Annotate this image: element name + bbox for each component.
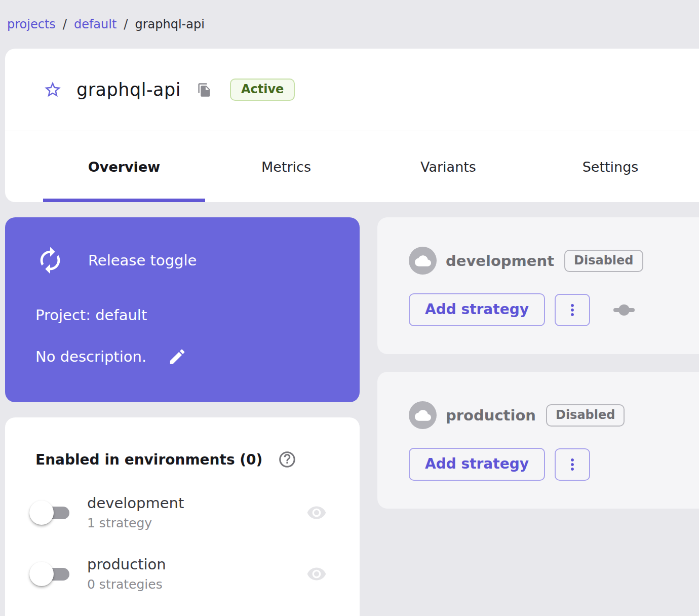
tab-overview[interactable]: Overview — [43, 131, 205, 202]
enabled-environments-card: Enabled in environments (0) development … — [5, 417, 360, 616]
description-row: No description. — [35, 347, 334, 366]
breadcrumb-current: graphql-api — [135, 17, 204, 31]
environment-panel-development: development Disabled Add strategy — [377, 217, 699, 354]
toggle-type-label: Release toggle — [88, 252, 197, 269]
feature-title-row: graphql-api Active — [5, 49, 699, 131]
left-column: Release toggle Project: default No descr… — [5, 217, 360, 616]
tabs: Overview Metrics Variants Settings — [5, 131, 699, 202]
overview-content: Release toggle Project: default No descr… — [5, 217, 699, 616]
switch-thumb — [29, 562, 54, 586]
pencil-icon[interactable] — [168, 347, 187, 366]
project-label: Project: default — [35, 306, 334, 324]
toggle-type-row: Release toggle — [35, 246, 334, 275]
env-card-title-row: Enabled in environments (0) — [35, 450, 334, 469]
eye-icon[interactable] — [304, 503, 329, 523]
right-column: development Disabled Add strategy produc… — [377, 217, 699, 616]
status-badge: Active — [230, 79, 295, 101]
env-row-development: development 1 strategy — [35, 494, 334, 530]
eye-icon[interactable] — [304, 564, 329, 584]
cloud-icon — [409, 247, 437, 275]
favorite-star-icon[interactable] — [43, 80, 62, 99]
panel-actions: Add strategy — [409, 293, 699, 326]
env-name: development — [87, 494, 184, 512]
env-strategy-count: 1 strategy — [87, 516, 184, 530]
kebab-menu-icon[interactable] — [555, 448, 590, 481]
panel-env-name: development — [446, 252, 554, 270]
breadcrumb-separator: / — [124, 17, 128, 31]
panel-header: production Disabled — [409, 401, 699, 429]
copy-icon[interactable] — [197, 83, 212, 97]
active-tab-indicator — [43, 199, 205, 202]
breadcrumb-link-projects[interactable]: projects — [7, 17, 56, 31]
breadcrumb-link-default[interactable]: default — [74, 17, 116, 31]
env-name: production — [87, 556, 166, 573]
production-toggle-switch[interactable] — [29, 561, 76, 587]
env-labels: development 1 strategy — [87, 494, 184, 530]
feature-header-card: graphql-api Active Overview Metrics Vari… — [5, 49, 699, 202]
development-toggle-switch[interactable] — [29, 499, 76, 526]
cloud-icon — [409, 401, 437, 429]
panel-header: development Disabled — [409, 247, 699, 275]
description-text: No description. — [35, 348, 146, 365]
environment-panel-production: production Disabled Add strategy — [377, 372, 699, 509]
env-strategy-count: 0 strategies — [87, 577, 166, 592]
sync-icon — [35, 246, 65, 275]
tab-settings[interactable]: Settings — [529, 131, 691, 202]
page-title: graphql-api — [76, 80, 181, 100]
panel-env-name: production — [446, 407, 536, 424]
toggle-type-card: Release toggle Project: default No descr… — [5, 217, 360, 402]
env-row-production: production 0 strategies — [35, 556, 334, 592]
help-circle-icon[interactable] — [278, 450, 297, 469]
tab-metrics[interactable]: Metrics — [205, 131, 367, 202]
disabled-chip: Disabled — [564, 250, 643, 272]
disabled-chip: Disabled — [546, 404, 625, 427]
breadcrumb: projects / default / graphql-api — [0, 0, 699, 33]
add-strategy-button[interactable]: Add strategy — [409, 293, 545, 326]
breadcrumb-separator: / — [63, 17, 67, 31]
environment-switch-slider-icon[interactable] — [612, 303, 636, 317]
tab-variants[interactable]: Variants — [367, 131, 529, 202]
kebab-menu-icon[interactable] — [555, 294, 590, 326]
env-labels: production 0 strategies — [87, 556, 166, 592]
env-card-title: Enabled in environments (0) — [35, 451, 262, 468]
switch-thumb — [29, 500, 54, 525]
panel-actions: Add strategy — [409, 448, 699, 481]
add-strategy-button[interactable]: Add strategy — [409, 448, 545, 481]
